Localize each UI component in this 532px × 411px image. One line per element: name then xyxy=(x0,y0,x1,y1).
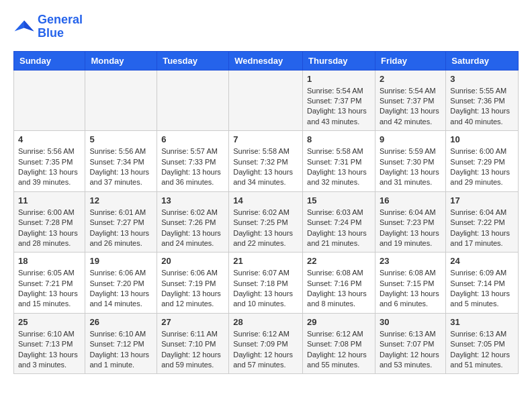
day-number: 30 xyxy=(380,317,441,327)
day-number: 23 xyxy=(380,256,441,266)
day-info: Sunrise: 6:06 AM Sunset: 7:20 PM Dayligh… xyxy=(89,268,152,310)
calendar-day-cell: 5Sunrise: 5:56 AM Sunset: 7:34 PM Daylig… xyxy=(85,131,157,192)
day-info: Sunrise: 6:10 AM Sunset: 7:12 PM Dayligh… xyxy=(89,329,152,371)
day-number: 28 xyxy=(233,317,298,327)
day-number: 9 xyxy=(380,134,441,144)
day-number: 22 xyxy=(307,256,371,266)
day-info: Sunrise: 6:08 AM Sunset: 7:16 PM Dayligh… xyxy=(307,268,371,310)
day-info: Sunrise: 5:57 AM Sunset: 7:33 PM Dayligh… xyxy=(161,146,224,188)
calendar-day-cell: 3Sunrise: 5:55 AM Sunset: 7:36 PM Daylig… xyxy=(446,70,519,131)
day-info: Sunrise: 6:13 AM Sunset: 7:05 PM Dayligh… xyxy=(450,329,514,371)
calendar-day-cell: 26Sunrise: 6:10 AM Sunset: 7:12 PM Dayli… xyxy=(85,313,157,374)
day-info: Sunrise: 5:58 AM Sunset: 7:32 PM Dayligh… xyxy=(233,146,298,188)
day-info: Sunrise: 6:11 AM Sunset: 7:10 PM Dayligh… xyxy=(161,329,224,371)
day-info: Sunrise: 6:12 AM Sunset: 7:08 PM Dayligh… xyxy=(307,329,371,371)
calendar-day-cell: 9Sunrise: 5:59 AM Sunset: 7:30 PM Daylig… xyxy=(375,131,445,192)
day-info: Sunrise: 6:06 AM Sunset: 7:19 PM Dayligh… xyxy=(161,268,224,310)
calendar-day-cell: 1Sunrise: 5:54 AM Sunset: 7:37 PM Daylig… xyxy=(303,70,375,131)
day-number: 8 xyxy=(307,134,371,144)
calendar-week-row: 1Sunrise: 5:54 AM Sunset: 7:37 PM Daylig… xyxy=(14,70,519,131)
day-info: Sunrise: 5:54 AM Sunset: 7:37 PM Dayligh… xyxy=(380,86,441,128)
day-info: Sunrise: 6:03 AM Sunset: 7:24 PM Dayligh… xyxy=(307,208,371,249)
calendar-day-cell: 19Sunrise: 6:06 AM Sunset: 7:20 PM Dayli… xyxy=(85,253,157,314)
day-number: 16 xyxy=(380,195,441,205)
day-of-week-header: Saturday xyxy=(446,51,519,70)
day-number: 19 xyxy=(89,256,152,266)
calendar-day-cell: 30Sunrise: 6:13 AM Sunset: 7:07 PM Dayli… xyxy=(375,313,445,374)
day-number: 17 xyxy=(450,195,514,205)
day-number: 10 xyxy=(450,134,514,144)
calendar-day-cell: 27Sunrise: 6:11 AM Sunset: 7:10 PM Dayli… xyxy=(157,313,229,374)
day-info: Sunrise: 6:00 AM Sunset: 7:28 PM Dayligh… xyxy=(18,208,81,249)
day-info: Sunrise: 6:05 AM Sunset: 7:21 PM Dayligh… xyxy=(18,268,81,310)
day-info: Sunrise: 5:56 AM Sunset: 7:34 PM Dayligh… xyxy=(89,146,152,188)
day-info: Sunrise: 5:54 AM Sunset: 7:37 PM Dayligh… xyxy=(307,86,371,128)
day-number: 6 xyxy=(161,134,224,144)
calendar-day-cell: 6Sunrise: 5:57 AM Sunset: 7:33 PM Daylig… xyxy=(157,131,229,192)
svg-marker-1 xyxy=(24,20,34,31)
calendar-day-cell: 31Sunrise: 6:13 AM Sunset: 7:05 PM Dayli… xyxy=(446,313,519,374)
day-number: 24 xyxy=(450,256,514,266)
day-info: Sunrise: 6:00 AM Sunset: 7:29 PM Dayligh… xyxy=(450,146,514,188)
calendar-week-row: 4Sunrise: 5:56 AM Sunset: 7:35 PM Daylig… xyxy=(14,131,519,192)
calendar-day-cell: 29Sunrise: 6:12 AM Sunset: 7:08 PM Dayli… xyxy=(303,313,375,374)
day-number: 27 xyxy=(161,317,224,327)
day-of-week-header: Thursday xyxy=(303,51,375,70)
calendar-day-cell: 21Sunrise: 6:07 AM Sunset: 7:18 PM Dayli… xyxy=(229,253,303,314)
calendar-day-cell: 2Sunrise: 5:54 AM Sunset: 7:37 PM Daylig… xyxy=(375,70,445,131)
day-number: 5 xyxy=(89,134,152,144)
calendar-day-cell: 11Sunrise: 6:00 AM Sunset: 7:28 PM Dayli… xyxy=(14,191,85,253)
calendar-day-cell: 15Sunrise: 6:03 AM Sunset: 7:24 PM Dayli… xyxy=(303,191,375,253)
calendar-day-cell: 18Sunrise: 6:05 AM Sunset: 7:21 PM Dayli… xyxy=(14,253,85,314)
day-info: Sunrise: 6:02 AM Sunset: 7:26 PM Dayligh… xyxy=(161,208,224,249)
day-info: Sunrise: 5:58 AM Sunset: 7:31 PM Dayligh… xyxy=(307,146,371,188)
day-info: Sunrise: 6:08 AM Sunset: 7:15 PM Dayligh… xyxy=(380,268,441,310)
day-number: 4 xyxy=(18,134,81,144)
day-number: 2 xyxy=(380,74,441,84)
day-number: 31 xyxy=(450,317,514,327)
calendar-table: SundayMondayTuesdayWednesdayThursdayFrid… xyxy=(13,51,519,375)
day-number: 1 xyxy=(307,74,371,84)
calendar-day-cell: 24Sunrise: 6:09 AM Sunset: 7:14 PM Dayli… xyxy=(446,253,519,314)
day-info: Sunrise: 5:56 AM Sunset: 7:35 PM Dayligh… xyxy=(18,146,81,188)
day-of-week-header: Friday xyxy=(375,51,445,70)
calendar-day-cell: 23Sunrise: 6:08 AM Sunset: 7:15 PM Dayli… xyxy=(375,253,445,314)
calendar-day-cell: 12Sunrise: 6:01 AM Sunset: 7:27 PM Dayli… xyxy=(85,191,157,253)
day-number: 3 xyxy=(450,74,514,84)
day-number: 21 xyxy=(233,256,298,266)
logo: General Blue xyxy=(13,13,83,40)
calendar-day-cell: 13Sunrise: 6:02 AM Sunset: 7:26 PM Dayli… xyxy=(157,191,229,253)
day-number: 13 xyxy=(161,195,224,205)
calendar-day-cell: 20Sunrise: 6:06 AM Sunset: 7:19 PM Dayli… xyxy=(157,253,229,314)
day-number: 26 xyxy=(89,317,152,327)
page-header: General Blue xyxy=(13,13,519,40)
day-info: Sunrise: 6:04 AM Sunset: 7:23 PM Dayligh… xyxy=(380,208,441,249)
calendar-day-cell: 14Sunrise: 6:02 AM Sunset: 7:25 PM Dayli… xyxy=(229,191,303,253)
calendar-day-cell: 28Sunrise: 6:12 AM Sunset: 7:09 PM Dayli… xyxy=(229,313,303,374)
day-number: 20 xyxy=(161,256,224,266)
calendar-day-cell xyxy=(157,70,229,131)
day-info: Sunrise: 6:13 AM Sunset: 7:07 PM Dayligh… xyxy=(380,329,441,371)
day-info: Sunrise: 6:04 AM Sunset: 7:22 PM Dayligh… xyxy=(450,208,514,249)
calendar-week-row: 25Sunrise: 6:10 AM Sunset: 7:13 PM Dayli… xyxy=(14,313,519,374)
calendar-day-cell: 22Sunrise: 6:08 AM Sunset: 7:16 PM Dayli… xyxy=(303,253,375,314)
calendar-day-cell xyxy=(14,70,85,131)
day-number: 11 xyxy=(18,195,81,205)
day-info: Sunrise: 6:09 AM Sunset: 7:14 PM Dayligh… xyxy=(450,268,514,310)
day-info: Sunrise: 6:07 AM Sunset: 7:18 PM Dayligh… xyxy=(233,268,298,310)
day-of-week-header: Tuesday xyxy=(157,51,229,70)
day-info: Sunrise: 5:59 AM Sunset: 7:30 PM Dayligh… xyxy=(380,146,441,188)
day-number: 7 xyxy=(233,134,298,144)
day-info: Sunrise: 6:02 AM Sunset: 7:25 PM Dayligh… xyxy=(233,208,298,249)
day-of-week-header: Monday xyxy=(85,51,157,70)
calendar-day-cell: 17Sunrise: 6:04 AM Sunset: 7:22 PM Dayli… xyxy=(446,191,519,253)
calendar-day-cell: 8Sunrise: 5:58 AM Sunset: 7:31 PM Daylig… xyxy=(303,131,375,192)
calendar-day-cell: 25Sunrise: 6:10 AM Sunset: 7:13 PM Dayli… xyxy=(14,313,85,374)
day-info: Sunrise: 6:01 AM Sunset: 7:27 PM Dayligh… xyxy=(89,208,152,249)
day-number: 12 xyxy=(89,195,152,205)
calendar-day-cell: 16Sunrise: 6:04 AM Sunset: 7:23 PM Dayli… xyxy=(375,191,445,253)
logo-text: General Blue xyxy=(38,13,83,40)
day-number: 25 xyxy=(18,317,81,327)
day-of-week-header: Wednesday xyxy=(229,51,303,70)
day-of-week-header: Sunday xyxy=(14,51,85,70)
